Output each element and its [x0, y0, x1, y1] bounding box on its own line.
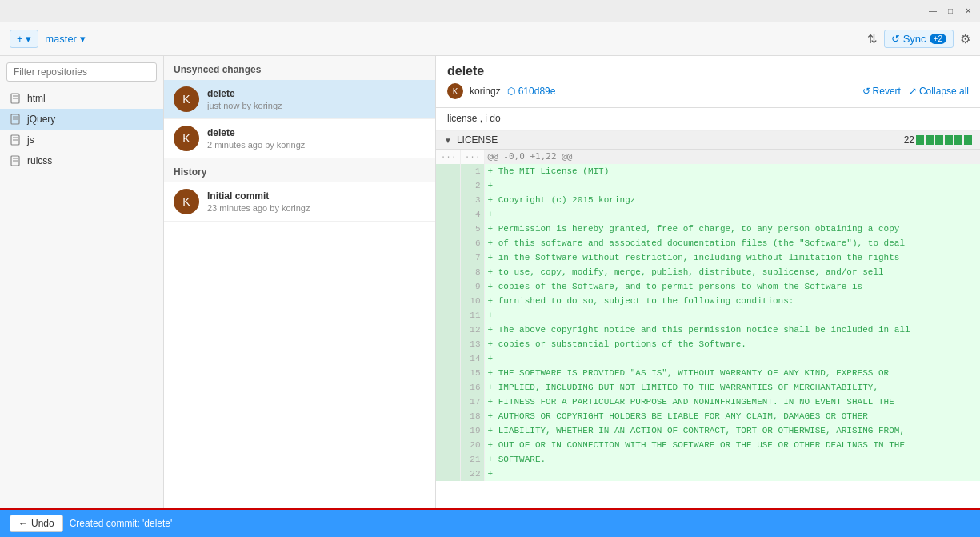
branch-dropdown-icon: ▾ [80, 33, 86, 45]
diff-line: 14+ [436, 351, 980, 366]
diff-table: ··· ··· @@ -0,0 +1,22 @@ 1+ The MIT Lice… [436, 150, 980, 481]
diff-line: 9+ copies of the Software, and to permit… [436, 279, 980, 294]
diff-line-num-new: 12 [460, 323, 484, 337]
diff-line: 15+ THE SOFTWARE IS PROVIDED "AS IS", WI… [436, 366, 980, 380]
sync-badge: +2 [930, 34, 946, 44]
diff-line-content: + to use, copy, modify, merge, publish, … [484, 265, 980, 279]
additions-count: 22 [904, 134, 914, 146]
diff-line-num-new: 11 [460, 308, 484, 323]
diff-header: delete K koringz ⬡ 610d89e ↺ Revert [436, 56, 980, 108]
diff-line-content: + [484, 308, 980, 323]
diff-line-num-new: 9 [460, 279, 484, 294]
diff-line-content: + in the Software without restriction, i… [484, 250, 980, 265]
sidebar-item-js[interactable]: js [0, 130, 163, 150]
diff-title: delete [447, 64, 969, 78]
doc-icon [10, 93, 21, 104]
diff-line-content: + FITNESS FOR A PARTICULAR PURPOSE AND N… [484, 395, 980, 409]
diff-line: 1+ The MIT License (MIT) [436, 164, 980, 178]
doc-icon [10, 114, 21, 125]
diff-line-num-old [436, 164, 460, 178]
diff-line-num-old [436, 337, 460, 351]
pull-request-button[interactable]: ⇅ [867, 32, 878, 46]
diff-line-num-new: 2 [460, 178, 484, 193]
settings-button[interactable]: ⚙ [960, 32, 970, 46]
diff-line-num-new: 20 [460, 438, 484, 452]
commit-meta-1: just now by koringz [207, 101, 426, 110]
branch-name: master [45, 33, 77, 45]
collapse-all-button[interactable]: ⤢ Collapse all [909, 86, 969, 97]
statusbar: ← Undo Created commit: 'delete' [0, 508, 980, 537]
diff-line-num-old [436, 207, 460, 222]
sync-label: Sync [903, 33, 926, 45]
add-block-4 [945, 135, 953, 145]
diff-line-num-new: 7 [460, 250, 484, 265]
add-block-6 [964, 135, 972, 145]
revert-button[interactable]: ↺ Revert [862, 86, 901, 97]
diff-line-content: + The above copyright notice and this pe… [484, 323, 980, 337]
filter-repos-input[interactable] [6, 62, 157, 82]
hash-value: 610d89e [518, 86, 556, 97]
main-content: html jQuery js ruicss [0, 56, 980, 508]
undo-label: Undo [31, 518, 54, 529]
diff-line-num-new: 13 [460, 337, 484, 351]
undo-button[interactable]: ← Undo [10, 515, 63, 532]
diff-line-content: + THE SOFTWARE IS PROVIDED "AS IS", WITH… [484, 366, 980, 380]
diff-line-num-old [436, 467, 460, 481]
diff-line: 4+ [436, 207, 980, 222]
diff-line-num-new: 15 [460, 366, 484, 380]
diff-line-num-old [436, 193, 460, 207]
diff-line: 16+ IMPLIED, INCLUDING BUT NOT LIMITED T… [436, 380, 980, 395]
close-button[interactable]: ✕ [962, 6, 974, 17]
diff-line-num-old [436, 438, 460, 452]
branch-selector[interactable]: master ▾ [45, 33, 86, 45]
diff-line-content: + IMPLIED, INCLUDING BUT NOT LIMITED TO … [484, 380, 980, 395]
repo-label-js: js [27, 134, 34, 146]
diff-line-num-old [436, 294, 460, 308]
diff-line: 22+ [436, 467, 980, 481]
diff-line-num-new: 17 [460, 395, 484, 409]
diff-line-num-old [436, 423, 460, 438]
diff-line-num-new: 3 [460, 193, 484, 207]
diff-line-num-old [436, 409, 460, 423]
diff-line-num-old [436, 279, 460, 294]
diff-line-num-old [436, 366, 460, 380]
unsynced-commit-2[interactable]: K delete 2 minutes ago by koringz [164, 119, 435, 158]
diff-line: 11+ [436, 308, 980, 323]
toolbar: + ▾ master ▾ ⇅ ↺ Sync +2 ⚙ [0, 22, 980, 56]
diff-line-content: + copies or substantial portions of the … [484, 337, 980, 351]
diff-line-content: + Permission is hereby granted, free of … [484, 222, 980, 236]
commit-title-1: delete [207, 88, 426, 99]
sync-button[interactable]: ↺ Sync +2 [884, 30, 954, 48]
maximize-button[interactable]: □ [945, 6, 956, 17]
sidebar-item-html[interactable]: html [0, 88, 163, 109]
repo-label-html: html [27, 93, 46, 104]
hash-icon: ⬡ [507, 86, 515, 97]
diff-line-num-new: 18 [460, 409, 484, 423]
minimize-button[interactable]: — [927, 6, 938, 17]
diff-line-content: + AUTHORS OR COPYRIGHT HOLDERS BE LIABLE… [484, 409, 980, 423]
sidebar-item-ruicss[interactable]: ruicss [0, 150, 163, 171]
diff-author: K koringz ⬡ 610d89e [447, 83, 555, 99]
diff-line-num-new: 8 [460, 265, 484, 279]
unsynced-header: Unsynced changes [164, 56, 435, 80]
sidebar-item-jquery[interactable]: jQuery [0, 109, 163, 130]
file-diff: ▼ LICENSE 22 ··· · [436, 131, 980, 508]
right-panel: delete K koringz ⬡ 610d89e ↺ Revert [436, 56, 980, 508]
diff-line: 20+ OUT OF OR IN CONNECTION WITH THE SOF… [436, 438, 980, 452]
diff-line-content: + OUT OF OR IN CONNECTION WITH THE SOFTW… [484, 438, 980, 452]
diff-line-content: + copies of the Software, and to permit … [484, 279, 980, 294]
diff-line-content: + of this software and associated docume… [484, 236, 980, 250]
add-button[interactable]: + ▾ [10, 30, 38, 48]
file-collapse-arrow[interactable]: ▼ [444, 136, 452, 145]
diff-line-content: + [484, 178, 980, 193]
repo-label-jquery: jQuery [27, 114, 55, 125]
middle-panel: Unsynced changes K delete just now by ko… [164, 56, 436, 508]
history-header: History [164, 158, 435, 182]
diff-line: 13+ copies or substantial portions of th… [436, 337, 980, 351]
diff-line: 19+ LIABILITY, WHETHER IN AN ACTION OF C… [436, 423, 980, 438]
diff-meta: K koringz ⬡ 610d89e ↺ Revert ⤢ Collapse … [447, 83, 969, 99]
diff-line-num-new: 19 [460, 423, 484, 438]
unsynced-commit-1[interactable]: K delete just now by koringz [164, 80, 435, 119]
history-commit-1[interactable]: K Initial commit 23 minutes ago by korin… [164, 182, 435, 222]
diff-line: 10+ furnished to do so, subject to the f… [436, 294, 980, 308]
